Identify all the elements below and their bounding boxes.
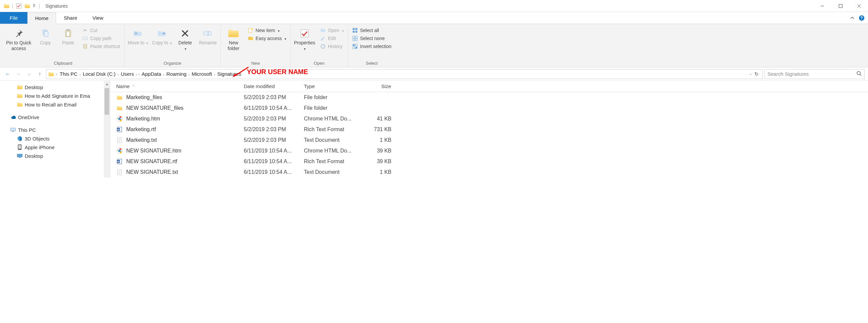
column-name[interactable]: Name⌃ xyxy=(110,81,241,92)
file-row[interactable]: NEW SIGNATURE.txt6/11/2019 10:54 A...Tex… xyxy=(110,167,868,177)
paste-shortcut-button[interactable]: Paste shortcut xyxy=(80,43,122,50)
delete-button[interactable]: Delete xyxy=(174,27,196,52)
file-type: Text Document xyxy=(301,137,361,143)
edit-button[interactable]: Edit xyxy=(318,35,346,42)
chevron-right-icon[interactable]: › xyxy=(213,72,216,76)
history-icon xyxy=(320,43,326,50)
select-all-button[interactable]: Select all xyxy=(350,27,394,34)
onedrive-icon xyxy=(10,114,16,120)
file-row[interactable]: NEW SIGNATURE_files6/11/2019 10:54 A...F… xyxy=(110,103,868,114)
new-folder-button[interactable]: New folder xyxy=(223,27,244,52)
file-type: Chrome HTML Do... xyxy=(301,116,361,122)
history-button[interactable]: History xyxy=(318,43,346,50)
minimize-button[interactable] xyxy=(813,0,831,12)
tree-scrollbar[interactable]: ▴ xyxy=(104,81,110,177)
rename-button[interactable]: Rename xyxy=(197,27,218,46)
move-to-button[interactable]: Move to xyxy=(127,27,150,46)
file-row[interactable]: WMarketing.rtf5/2/2019 2:03 PMRich Text … xyxy=(110,124,868,135)
invert-selection-icon xyxy=(352,43,358,50)
file-type: File folder xyxy=(301,94,361,100)
column-date[interactable]: Date modified xyxy=(241,81,301,92)
file-listing: Name⌃ Date modified Type Size Marketing_… xyxy=(110,81,868,177)
ribbon-tabs: File Home Share View ? xyxy=(0,12,868,24)
file-size: 731 KB xyxy=(361,126,397,132)
breadcrumb-roaming[interactable]: Roaming xyxy=(165,71,188,77)
content-area: DesktopHow to Add Signature in EmaHow to… xyxy=(0,81,868,177)
search-placeholder: Search Signatures xyxy=(768,71,809,77)
address-bar[interactable]: › This PC›Local Disk (C:)›Users››AppData… xyxy=(46,69,763,79)
file-row[interactable]: NEW SIGNATURE.htm6/11/2019 10:54 A...Chr… xyxy=(110,146,868,156)
new-item-button[interactable]: New item xyxy=(245,27,288,34)
select-none-icon xyxy=(352,35,358,41)
phone-icon xyxy=(17,144,23,150)
recent-locations-button[interactable]: ⌵ xyxy=(25,70,33,78)
file-row[interactable]: Marketing.htm5/2/2019 2:03 PMChrome HTML… xyxy=(110,114,868,124)
chevron-right-icon[interactable]: › xyxy=(188,72,190,76)
tree-item-desktop[interactable]: Desktop xyxy=(0,152,110,160)
collapse-ribbon-icon[interactable] xyxy=(850,12,855,24)
tab-home[interactable]: Home xyxy=(27,12,56,24)
properties-qat-icon[interactable] xyxy=(16,3,22,9)
word-icon: W xyxy=(116,126,123,133)
search-box[interactable]: Search Signatures xyxy=(765,69,865,79)
refresh-button[interactable]: ↻ xyxy=(754,71,759,77)
tab-file[interactable]: File xyxy=(0,12,27,24)
cut-button[interactable]: ✂Cut xyxy=(80,27,122,34)
svg-text:W: W xyxy=(117,128,120,131)
column-size[interactable]: Size xyxy=(361,81,397,92)
file-row[interactable]: WNEW SIGNATURE.rtf6/11/2019 10:54 A...Ri… xyxy=(110,156,868,167)
svg-rect-24 xyxy=(353,31,355,33)
maximize-button[interactable] xyxy=(831,0,849,12)
navigation-tree[interactable]: DesktopHow to Add Signature in EmaHow to… xyxy=(0,81,110,177)
forward-button[interactable]: → xyxy=(14,70,23,78)
file-size: 41 KB xyxy=(361,116,397,122)
breadcrumb-appdata[interactable]: AppData xyxy=(140,71,162,77)
open-button[interactable]: Open xyxy=(318,27,346,34)
tab-view[interactable]: View xyxy=(85,12,111,24)
copy-path-button[interactable]: Copy path xyxy=(80,35,122,42)
file-row[interactable]: Marketing.txt5/2/2019 2:03 PMText Docume… xyxy=(110,135,868,146)
chevron-right-icon[interactable]: › xyxy=(135,72,138,76)
breadcrumb-signatures[interactable]: Signatures xyxy=(216,71,243,77)
paste-button[interactable]: Paste xyxy=(57,27,79,46)
close-button[interactable] xyxy=(849,0,868,12)
breadcrumb-local-disk-c-[interactable]: Local Disk (C:) xyxy=(82,71,117,77)
tree-item-desktop[interactable]: Desktop xyxy=(0,83,110,91)
file-row[interactable]: Marketing_files5/2/2019 2:03 PMFile fold… xyxy=(110,92,868,103)
pin-to-quick-access-button[interactable]: Pin to Quick access xyxy=(4,27,33,52)
tree-item-onedrive[interactable]: OneDrive xyxy=(0,113,110,122)
up-button[interactable]: ↑ xyxy=(35,70,44,78)
back-button[interactable]: ← xyxy=(3,70,12,78)
tree-item-apple-iphone[interactable]: Apple iPhone xyxy=(0,143,110,152)
copy-button[interactable]: Copy xyxy=(35,27,56,46)
file-size: 39 KB xyxy=(361,159,397,164)
chevron-right-icon[interactable]: › xyxy=(79,72,82,76)
word-icon: W xyxy=(116,158,123,165)
file-type: Text Document xyxy=(301,169,361,175)
breadcrumb-microsoft[interactable]: Microsoft xyxy=(190,71,213,77)
tree-item-how-to-recall-an-email[interactable]: How to Recall an Email xyxy=(0,100,110,109)
breadcrumb-this-pc[interactable]: This PC xyxy=(58,71,79,77)
tab-share[interactable]: Share xyxy=(56,12,85,24)
select-none-button[interactable]: Select none xyxy=(350,35,394,42)
easy-access-button[interactable]: Easy access xyxy=(245,35,288,42)
tree-item-this-pc[interactable]: This PC xyxy=(0,126,110,134)
address-dropdown-icon[interactable]: ⌵ xyxy=(749,72,752,76)
chrome-icon xyxy=(116,116,123,122)
svg-text:?: ? xyxy=(860,16,863,20)
column-type[interactable]: Type xyxy=(301,81,361,92)
invert-selection-button[interactable]: Invert selection xyxy=(350,43,394,50)
help-icon[interactable]: ? xyxy=(859,12,865,24)
folder-qat-icon[interactable] xyxy=(24,3,31,9)
annotation-label: YOUR USER NAME xyxy=(247,68,308,76)
folder-icon xyxy=(17,84,23,90)
properties-button[interactable]: Properties xyxy=(292,27,317,52)
copy-to-button[interactable]: Copy to xyxy=(151,27,173,46)
tree-item-how-to-add-signature-in-ema[interactable]: How to Add Signature in Ema xyxy=(0,91,110,100)
chevron-right-icon[interactable]: › xyxy=(117,72,120,76)
breadcrumb-users[interactable]: Users xyxy=(120,71,135,77)
new-folder-icon xyxy=(227,27,240,39)
ribbon-group-select: Select all Select none Invert selection … xyxy=(348,25,396,67)
qat-dropdown-icon[interactable]: ⊽ xyxy=(33,4,35,8)
tree-item-3d-objects[interactable]: 3D Objects xyxy=(0,134,110,143)
